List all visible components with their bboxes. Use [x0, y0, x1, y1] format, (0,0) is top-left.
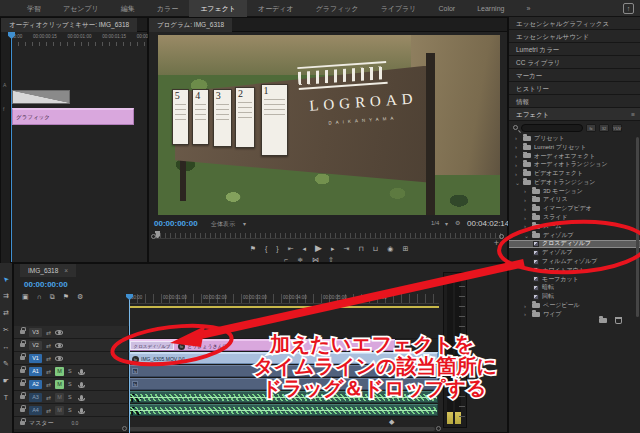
tree-effect-film-dissolve[interactable]: フィルムディゾルブ [509, 257, 640, 266]
selection-tool-icon[interactable]: ➤ [1, 274, 11, 284]
track-a4-name[interactable]: A4 [29, 406, 42, 415]
mute-button[interactable]: M [55, 393, 64, 402]
resolution-dropdown[interactable]: 1/4 [431, 220, 439, 226]
tree-folder-audio-effects[interactable]: ›オーディオエフェクト [509, 152, 640, 161]
step-back-icon[interactable]: ◂ [303, 244, 307, 253]
panel-tab-effects[interactable]: エフェクト ≡ [509, 108, 640, 121]
lock-icon[interactable] [20, 330, 25, 334]
tree-effect-cross-dissolve[interactable]: クロスディゾルブ [509, 240, 640, 249]
track-v2-header[interactable]: V2 ⇄ [14, 339, 129, 351]
fade-ramp-clip[interactable] [12, 90, 70, 104]
tree-folder-zoom[interactable]: ›ズーム [509, 222, 640, 231]
voiceover-mic-icon[interactable] [80, 408, 83, 413]
timeline-current-timecode[interactable]: 00:00:00:00 [24, 280, 68, 289]
lock-icon[interactable] [20, 382, 25, 386]
effects-scrollbar[interactable] [636, 137, 639, 317]
tree-folder-iris[interactable]: ›アイリス [509, 196, 640, 205]
button-editor-plus-icon[interactable]: + [494, 238, 499, 248]
track-output-eye-icon[interactable] [55, 343, 63, 348]
graphic-clip[interactable]: グラフィック [12, 108, 134, 125]
master-track-header[interactable]: マスター 0.0 [14, 417, 129, 429]
lock-icon[interactable] [20, 408, 25, 412]
32bit-badge-icon[interactable]: 32 [599, 124, 609, 132]
solo-button[interactable]: S [68, 407, 72, 413]
lift-icon[interactable]: ⊓ [358, 244, 363, 253]
track-a2-header[interactable]: A2 ⇄ M S [14, 378, 129, 390]
play-icon[interactable]: ▶ [315, 244, 322, 253]
scrubber-right-handle[interactable] [499, 234, 504, 239]
share-icon[interactable]: ↑ [623, 3, 634, 14]
tree-folder-video-effects[interactable]: ›ビデオエフェクト [509, 169, 640, 178]
program-scrubber[interactable] [155, 233, 503, 239]
lock-icon[interactable] [20, 356, 25, 360]
tree-effect-dissolve[interactable]: ディゾルブ [509, 248, 640, 257]
tree-folder-3d-motion[interactable]: ›3D モーション [509, 187, 640, 196]
lock-icon[interactable] [20, 369, 25, 373]
master-level-value[interactable]: 0.0 [71, 420, 78, 426]
music-clip-waveform[interactable]: fx [129, 391, 438, 403]
voiceover-mic-icon[interactable] [80, 382, 83, 387]
workspace-tab-effects[interactable]: エフェクト [189, 0, 247, 17]
track-a1-name[interactable]: A1 [29, 367, 42, 376]
tree-folder-immersive-video[interactable]: ›イマーシブビデオ [509, 204, 640, 213]
panel-tab-cc-libraries[interactable]: CC ライブラリ [509, 56, 640, 69]
mark-out-icon[interactable]: } [276, 244, 278, 253]
mixer-tab[interactable]: オーディオクリップミキサー: IMG_6318 [1, 18, 137, 32]
tree-folder-video-transitions[interactable]: ⌄ビデオトランジション [509, 178, 640, 187]
workspace-tab-learning-en[interactable]: Learning [466, 0, 515, 17]
voiceover-mic-icon[interactable] [80, 395, 83, 400]
track-v3-header[interactable]: V3 ⇄ [14, 326, 129, 338]
tree-effect-morph-cut[interactable]: モーフカット [509, 275, 640, 284]
music-clip-waveform[interactable]: fx [129, 404, 438, 416]
solo-button[interactable]: S [68, 368, 72, 374]
timeline-playhead-line[interactable] [129, 294, 130, 433]
workspace-overflow-chevron[interactable]: » [515, 0, 541, 17]
program-current-timecode[interactable]: 00:00:00:00 [154, 219, 198, 228]
export-frame-icon[interactable]: ◉ [387, 244, 393, 253]
sync-lock-icon[interactable]: ⇄ [46, 329, 51, 336]
tree-effect-rotate[interactable]: 回転 [509, 292, 640, 301]
comparison-view-icon[interactable]: ⊞ [402, 244, 408, 253]
track-a3-name[interactable]: A3 [29, 393, 42, 402]
track-v1-header[interactable]: V1 ⇄ [14, 352, 129, 364]
fit-dropdown-caret[interactable]: ▾ [243, 220, 246, 227]
lock-icon[interactable] [20, 421, 25, 425]
yuv-badge-icon[interactable]: YUV [612, 124, 622, 132]
track-a2-name[interactable]: A2 [29, 380, 42, 389]
new-custom-bin-icon[interactable] [599, 318, 607, 323]
graphic-title-clip[interactable]: クロスディゾルブ fxとうきょうさんぽ [129, 339, 395, 351]
accelerated-effects-badge-icon[interactable]: fx [586, 124, 596, 132]
delete-bin-icon[interactable] [615, 317, 622, 324]
workspace-tab-color-en[interactable]: Color [427, 0, 466, 17]
workspace-tab-assembly[interactable]: アセンブリ [52, 0, 110, 17]
mixer-playhead-line[interactable] [11, 32, 12, 262]
timeline-horizontal-scrollbar[interactable] [129, 427, 435, 431]
workspace-tab-graphics[interactable]: グラフィック [305, 0, 370, 17]
sync-lock-icon[interactable]: ⇄ [46, 381, 51, 388]
razor-tool-icon[interactable]: ✂ [3, 326, 9, 334]
fit-dropdown[interactable]: 全体表示 [211, 220, 235, 229]
tree-effect-dip-to-white[interactable]: ホワイトアウト [509, 266, 640, 275]
panel-tab-essential-graphics[interactable]: エッセンシャルグラフィックス [509, 17, 640, 30]
lock-icon[interactable] [20, 395, 25, 399]
panel-tab-lumetri-color[interactable]: Lumetri カラー [509, 43, 640, 56]
mute-button[interactable]: M [55, 406, 64, 415]
panel-tab-markers[interactable]: マーカー [509, 69, 640, 82]
timeline-settings-wrench-icon[interactable]: ⚙ [77, 292, 83, 301]
program-tab[interactable]: プログラム: IMG_6318 [149, 18, 232, 32]
go-to-out-icon[interactable]: ⇥ [344, 244, 350, 253]
close-icon[interactable]: × [64, 267, 68, 274]
track-select-tool-icon[interactable]: ⇉ [3, 292, 9, 300]
nest-icon[interactable]: ▣ [22, 292, 29, 301]
effects-search-input[interactable] [521, 124, 583, 132]
tree-folder-audio-transitions[interactable]: ›オーディオトランジション [509, 160, 640, 169]
resolution-dropdown-caret[interactable]: ▾ [445, 220, 448, 227]
track-v2-name[interactable]: V2 [29, 341, 42, 350]
pen-tool-icon[interactable]: ✎ [3, 360, 9, 368]
tree-folder-presets[interactable]: ›プリセット [509, 134, 640, 143]
scrollbar-right-handle[interactable] [436, 426, 441, 431]
workspace-tab-audio[interactable]: オーディオ [247, 0, 305, 17]
sync-lock-icon[interactable]: ⇄ [46, 368, 51, 375]
tree-folder-slide[interactable]: ›スライド [509, 213, 640, 222]
solo-button[interactable]: S [68, 381, 72, 387]
